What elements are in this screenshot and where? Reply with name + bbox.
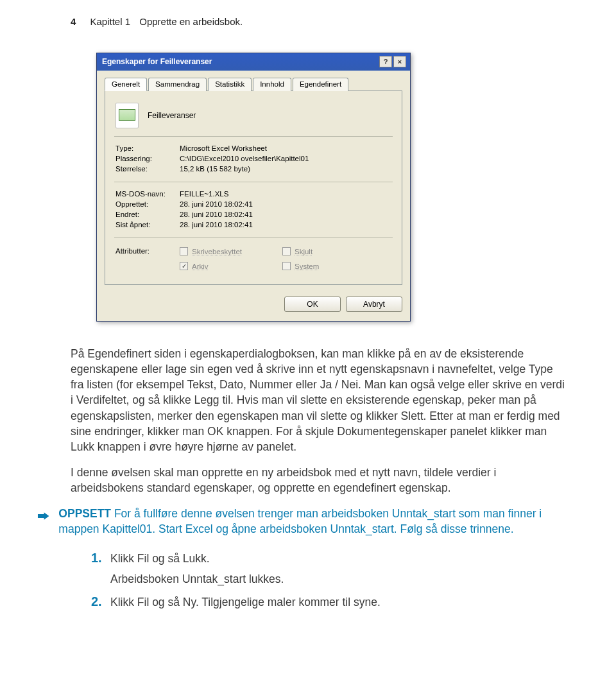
checkbox-archive[interactable]: Arkiv [180, 262, 282, 270]
tab-strip: Generelt Sammendrag Statistikk Innhold E… [105, 77, 402, 91]
value-size: 15,2 kB (15 582 byte) [180, 165, 391, 173]
paragraph-1: På Egendefinert siden i egenskaperdialog… [71, 346, 565, 454]
paragraph-2: I denne øvelsen skal man opprette en ny … [71, 465, 565, 496]
step-1-text: Klikk Fil og så Lukk. [110, 551, 565, 567]
label-size: Størrelse: [116, 165, 180, 173]
label-type: Type: [116, 144, 180, 152]
value-modified: 28. juni 2010 18:02:41 [180, 211, 391, 218]
tab-statistics[interactable]: Statistikk [208, 78, 252, 91]
page-header: 4 Kapittel 1 Opprette en arbeidsbok. [71, 16, 565, 27]
step-1-result: Arbeidsboken Unntak_start lukkes. [110, 573, 565, 586]
dialog-titlebar: Egenskaper for Feilleveranser ? × [97, 53, 410, 71]
checkbox-system[interactable]: System [282, 262, 372, 270]
value-type: Microsoft Excel Worksheet [180, 144, 391, 152]
page-number: 4 [71, 16, 76, 27]
dialog-title: Egenskaper for Feilleveranser [102, 57, 212, 66]
checkbox-readonly[interactable]: Skrivebeskyttet [180, 247, 282, 255]
label-attributes: Attributter: [116, 247, 180, 270]
label-created: Opprettet: [116, 200, 180, 208]
value-created: 28. juni 2010 18:02:41 [180, 200, 391, 208]
label-location: Plassering: [116, 155, 180, 162]
page-title: Opprette en arbeidsbok. [139, 16, 243, 27]
step-2-number: 2. [91, 592, 110, 611]
checkbox-hidden[interactable]: Skjult [282, 247, 372, 255]
tab-contents[interactable]: Innhold [253, 78, 291, 91]
tab-content-general: X Feilleveranser Type:Microsoft Excel Wo… [105, 91, 402, 285]
chapter-label: Kapittel 1 [90, 16, 131, 27]
file-name: Feilleveranser [148, 111, 196, 120]
cancel-button[interactable]: Avbryt [346, 297, 402, 312]
step-1: 1. Klikk Fil og så Lukk. [91, 549, 565, 567]
callout-text: For å fullføre denne øvelsen trenger man… [58, 507, 542, 535]
tab-general[interactable]: Generelt [105, 78, 147, 91]
tab-custom[interactable]: Egendefinert [293, 78, 348, 91]
close-button[interactable]: × [393, 56, 406, 67]
callout-lead: OPPSETT [58, 507, 111, 520]
ok-button[interactable]: OK [284, 297, 341, 312]
step-1-number: 1. [91, 549, 110, 567]
step-2: 2. Klikk Fil og så Ny. Tilgjengelige mal… [91, 592, 565, 611]
tab-summary[interactable]: Sammendrag [148, 78, 207, 91]
step-2-text: Klikk Fil og så Ny. Tilgjengelige maler … [110, 594, 565, 610]
value-location: C:\IDG\Excel2010 ovelsefiler\Kapittel01 [180, 155, 391, 162]
excel-file-icon: X [116, 103, 139, 128]
label-dosname: MS-DOS-navn: [116, 190, 180, 198]
value-opened: 28. juni 2010 18:02:41 [180, 221, 391, 229]
arrow-icon [37, 507, 49, 525]
label-modified: Endret: [116, 211, 180, 218]
help-button[interactable]: ? [379, 56, 392, 67]
label-opened: Sist åpnet: [116, 221, 180, 229]
properties-dialog: Egenskaper for Feilleveranser ? × Genere… [96, 53, 411, 322]
value-dosname: FEILLE~1.XLS [180, 190, 391, 198]
setup-callout: OPPSETT For å fullføre denne øvelsen tre… [71, 506, 565, 537]
